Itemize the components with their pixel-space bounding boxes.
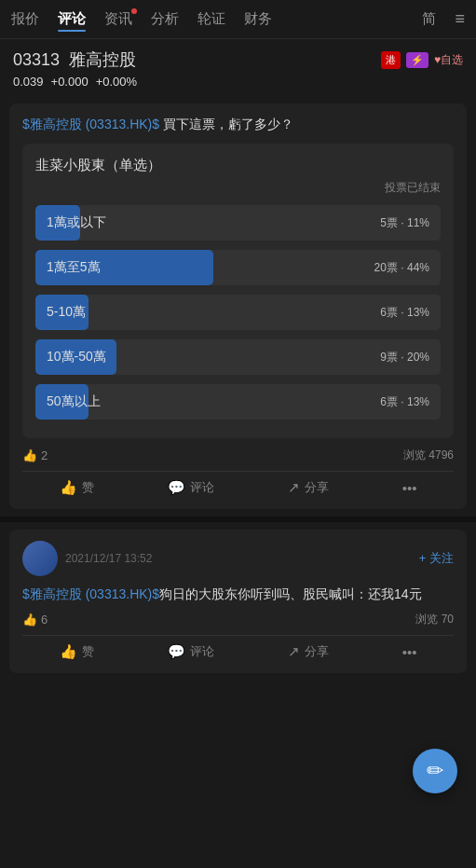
share-icon: ↗ <box>288 479 300 496</box>
poll-box: 韭菜小股東（单选） 投票已结束 1萬或以下 5票 · 11% 1萬至5萬 20票… <box>22 144 454 438</box>
poll-option-votes-1: 5票 · 11% <box>380 215 429 231</box>
avatar[interactable] <box>22 541 58 576</box>
badge-flash: ⚡ <box>406 52 428 68</box>
nav-item-caiwu[interactable]: 财务 <box>244 10 272 28</box>
poll-option-label-3: 5-10萬 <box>47 304 86 321</box>
post1-mention: $雅高控股 (03313.HK)$ 買下這票，虧了多少？ <box>22 115 454 134</box>
stock-badges: 港 ⚡ ♥自选 <box>381 51 463 69</box>
top-nav: 报价 评论 资讯 分析 轮证 财务 简 ≡ <box>0 0 476 39</box>
nav-item-baojia[interactable]: 报价 <box>11 10 39 28</box>
post2-likes: 👍 6 <box>22 613 48 627</box>
poll-option-votes-3: 6票 · 13% <box>380 305 429 321</box>
nav-item-fenxi[interactable]: 分析 <box>151 10 179 28</box>
poll-option-1[interactable]: 1萬或以下 5票 · 11% <box>35 205 441 241</box>
stock-price: 0.039 <box>13 75 44 89</box>
post1-action-bar: 👍 赞 💬 评论 ↗ 分享 ••• <box>22 471 454 498</box>
poll-option-votes-2: 20票 · 44% <box>374 260 429 276</box>
post1-comment-button[interactable]: 💬 评论 <box>168 479 214 496</box>
post2-more-button[interactable]: ••• <box>402 644 417 660</box>
poll-status: 投票已结束 <box>35 180 441 196</box>
post2-share-button[interactable]: ↗ 分享 <box>288 643 329 660</box>
fab-compose-button[interactable]: ✏ <box>413 749 457 793</box>
nav-jian[interactable]: 简 <box>422 10 436 28</box>
poll-option-label-5: 50萬以上 <box>47 393 101 410</box>
stock-pct: +0.00% <box>96 75 137 89</box>
post1-views: 浏览 4796 <box>403 448 454 463</box>
post2-footer: 👍 6 浏览 70 <box>22 612 454 627</box>
nav-item-zixun[interactable]: 资讯 <box>104 10 132 28</box>
poll-option-5[interactable]: 50萬以上 6票 · 13% <box>35 384 441 420</box>
poll-option-label-2: 1萬至5萬 <box>47 259 101 276</box>
stock-name: 雅高控股 <box>69 48 136 71</box>
post2-mention-link[interactable]: $雅高控股 (03313.HK)$ <box>22 586 159 601</box>
post2-comment-button[interactable]: 💬 评论 <box>168 643 214 660</box>
follow-button[interactable]: + 关注 <box>419 550 454 567</box>
thumbs-up-icon: 👍 <box>22 448 37 462</box>
post1-more-button[interactable]: ••• <box>402 480 417 496</box>
poll-option-votes-4: 9票 · 20% <box>380 350 429 365</box>
post2-action-bar: 👍 赞 💬 评论 ↗ 分享 ••• <box>22 635 454 662</box>
nav-item-lunzheng[interactable]: 轮证 <box>197 10 225 28</box>
more-icon: ••• <box>402 480 417 496</box>
poll-title: 韭菜小股東（单选） <box>35 157 441 174</box>
stock-code: 03313 <box>13 50 60 70</box>
post2-body: 狗日的大股东你听到吗、股民喊叫：还我14元 <box>159 586 422 601</box>
poll-option-3[interactable]: 5-10萬 6票 · 13% <box>35 295 441 330</box>
poll-option-votes-5: 6票 · 13% <box>380 394 429 410</box>
post-card-2: 2021/12/17 13:52 + 关注 $雅高控股 (03313.HK)$狗… <box>9 530 467 673</box>
poll-option-label-4: 10萬-50萬 <box>47 349 106 365</box>
poll-option-2[interactable]: 1萬至5萬 20票 · 44% <box>35 250 441 285</box>
stock-header: 03313 雅高控股 港 ⚡ ♥自选 0.039 +0.000 +0.00% <box>0 39 476 96</box>
comment-icon-2: 💬 <box>168 643 185 660</box>
thumbs-up-icon-2: 👍 <box>22 613 37 627</box>
badge-fav[interactable]: ♥自选 <box>434 52 463 68</box>
like-icon-2: 👍 <box>60 643 77 660</box>
nav-dot <box>131 8 137 14</box>
post2-text: $雅高控股 (03313.HK)$狗日的大股东你听到吗、股民喊叫：还我14元 <box>22 584 454 604</box>
more-icon-2: ••• <box>402 644 417 660</box>
post1-share-button[interactable]: ↗ 分享 <box>288 479 329 496</box>
section-divider <box>0 517 476 522</box>
post1-mention-text: 買下這票，虧了多少？ <box>159 117 293 131</box>
poll-option-4[interactable]: 10萬-50萬 9票 · 20% <box>35 339 441 375</box>
post-card-1: $雅高控股 (03313.HK)$ 買下這票，虧了多少？ 韭菜小股東（单选） 投… <box>9 103 467 509</box>
badge-hk: 港 <box>381 51 401 69</box>
post1-like-button[interactable]: 👍 赞 <box>60 479 94 496</box>
nav-item-pinglun[interactable]: 评论 <box>58 10 86 28</box>
post2-views: 浏览 70 <box>415 612 454 627</box>
post2-meta: 2021/12/17 13:52 <box>65 552 412 565</box>
compose-icon: ✏ <box>427 761 443 781</box>
post2-header: 2021/12/17 13:52 + 关注 <box>22 541 454 576</box>
share-icon-2: ↗ <box>288 643 300 660</box>
nav-menu[interactable]: ≡ <box>455 9 465 29</box>
stock-change: +0.000 <box>51 75 88 89</box>
post1-likes: 👍 2 <box>22 448 48 462</box>
post1-footer: 👍 2 浏览 4796 <box>22 448 454 463</box>
post2-time: 2021/12/17 13:52 <box>65 552 412 565</box>
post1-mention-link[interactable]: $雅高控股 (03313.HK)$ <box>22 117 159 131</box>
like-icon: 👍 <box>60 479 77 496</box>
poll-option-label-1: 1萬或以下 <box>47 214 106 231</box>
post2-like-button[interactable]: 👍 赞 <box>60 643 94 660</box>
comment-icon: 💬 <box>168 479 185 496</box>
